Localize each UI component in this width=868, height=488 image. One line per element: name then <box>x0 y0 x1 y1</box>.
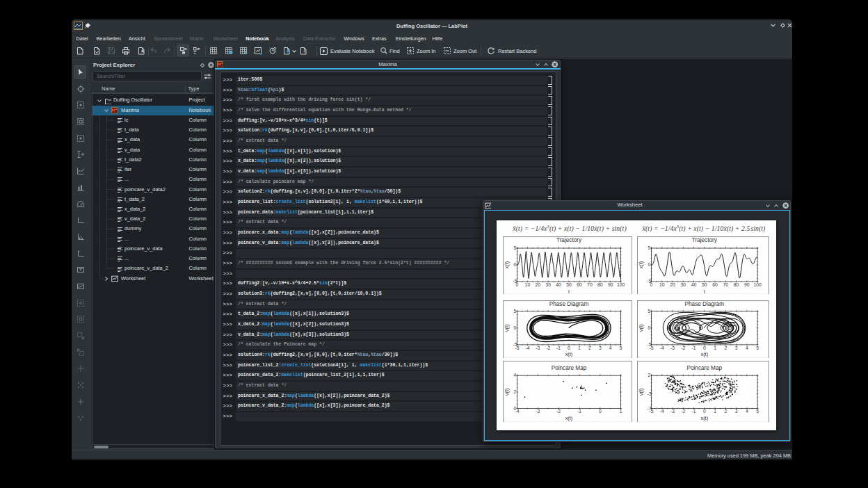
svg-text:70: 70 <box>587 282 593 287</box>
svg-text:t: t <box>704 288 705 294</box>
svg-text:50: 50 <box>567 282 572 287</box>
svg-text:0: 0 <box>599 409 602 414</box>
svg-text:Trajectory: Trajectory <box>556 236 582 243</box>
svg-text:2: 2 <box>724 409 727 414</box>
svg-text:20: 20 <box>670 282 675 287</box>
svg-text:5: 5 <box>756 345 759 350</box>
svg-text:x(t): x(t) <box>565 351 573 357</box>
svg-text:10: 10 <box>525 282 531 287</box>
svg-text:-2: -2 <box>681 409 685 414</box>
svg-text:60: 60 <box>712 282 718 287</box>
svg-text:-5: -5 <box>647 279 651 284</box>
svg-text:0: 0 <box>514 405 517 410</box>
svg-text:-4: -4 <box>660 345 664 350</box>
svg-text:-5: -5 <box>513 279 517 284</box>
svg-text:-3: -3 <box>670 345 675 350</box>
svg-text:60: 60 <box>577 282 583 287</box>
svg-text:0: 0 <box>703 409 706 414</box>
svg-text:90: 90 <box>744 282 750 287</box>
svg-text:-4: -4 <box>660 409 664 414</box>
svg-text:1: 1 <box>714 409 716 414</box>
svg-text:Phase Diagram: Phase Diagram <box>549 300 589 307</box>
svg-text:Trajectory: Trajectory <box>692 236 718 243</box>
svg-text:Poincare Map: Poincare Map <box>687 364 723 371</box>
svg-text:70: 70 <box>723 282 729 287</box>
svg-text:x(t): x(t) <box>638 261 644 268</box>
svg-text:Phase Diagram: Phase Diagram <box>685 300 725 307</box>
svg-text:5: 5 <box>756 409 759 414</box>
svg-text:90: 90 <box>608 282 613 287</box>
svg-text:v(t): v(t) <box>638 324 644 332</box>
svg-text:Poincare Map: Poincare Map <box>552 364 587 371</box>
svg-text:3: 3 <box>735 409 738 414</box>
svg-text:0: 0 <box>568 345 570 350</box>
svg-text:80: 80 <box>597 282 603 287</box>
svg-text:-1: -1 <box>577 409 581 414</box>
svg-text:0: 0 <box>648 262 651 267</box>
svg-text:3: 3 <box>735 345 738 350</box>
svg-text:5: 5 <box>648 309 651 314</box>
svg-text:v(t): v(t) <box>504 324 510 332</box>
svg-text:5: 5 <box>648 245 651 250</box>
svg-text:2: 2 <box>648 373 651 377</box>
svg-text:100: 100 <box>617 282 625 287</box>
svg-text:20: 20 <box>536 282 541 287</box>
svg-text:-7: -7 <box>647 405 651 410</box>
svg-text:4: 4 <box>746 345 748 350</box>
svg-text:-5: -5 <box>647 342 651 347</box>
svg-text:2: 2 <box>514 389 517 394</box>
svg-text:x(t): x(t) <box>565 415 573 421</box>
svg-text:5: 5 <box>620 345 622 350</box>
svg-text:-3: -3 <box>647 391 651 396</box>
svg-text:-3: -3 <box>670 409 675 414</box>
svg-text:30: 30 <box>546 282 552 287</box>
svg-text:2: 2 <box>724 345 727 350</box>
svg-text:t: t <box>568 288 570 294</box>
svg-text:80: 80 <box>734 282 739 287</box>
svg-text:1: 1 <box>578 345 581 350</box>
svg-text:10: 10 <box>659 282 665 287</box>
svg-text:5: 5 <box>514 245 517 250</box>
svg-text:0: 0 <box>514 262 517 267</box>
svg-text:4: 4 <box>514 373 517 377</box>
svg-text:-1: -1 <box>691 409 696 414</box>
svg-text:1: 1 <box>620 409 622 414</box>
svg-text:0: 0 <box>703 345 706 350</box>
svg-text:x(t): x(t) <box>504 261 510 268</box>
svg-text:v(t): v(t) <box>504 388 510 396</box>
svg-text:-3: -3 <box>536 409 540 414</box>
svg-text:40: 40 <box>691 282 697 287</box>
svg-text:-1: -1 <box>691 345 696 350</box>
svg-text:-1: -1 <box>556 345 561 350</box>
svg-text:x(t): x(t) <box>700 415 708 421</box>
svg-text:-5: -5 <box>513 342 517 347</box>
svg-text:0: 0 <box>514 325 517 330</box>
svg-text:-2: -2 <box>681 345 685 350</box>
svg-text:-4: -4 <box>526 345 530 350</box>
svg-text:3: 3 <box>599 345 602 350</box>
svg-text:1: 1 <box>714 345 716 350</box>
svg-text:5: 5 <box>514 309 517 314</box>
svg-text:4: 4 <box>746 409 748 414</box>
svg-text:50: 50 <box>702 282 707 287</box>
svg-text:100: 100 <box>753 282 762 287</box>
svg-text:x(t): x(t) <box>700 351 708 357</box>
svg-text:-2: -2 <box>546 345 550 350</box>
svg-text:0: 0 <box>648 325 651 330</box>
svg-text:4: 4 <box>609 345 612 350</box>
svg-text:40: 40 <box>556 282 562 287</box>
svg-text:2: 2 <box>588 345 591 350</box>
svg-text:v(t): v(t) <box>638 388 644 396</box>
svg-text:30: 30 <box>681 282 686 287</box>
svg-text:-2: -2 <box>556 409 561 414</box>
svg-text:-3: -3 <box>536 345 540 350</box>
